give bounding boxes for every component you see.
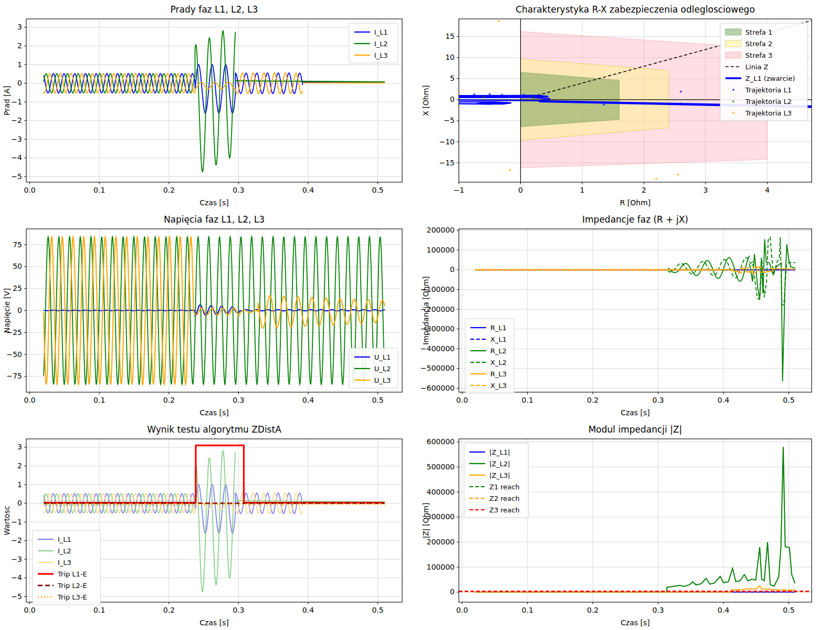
x-tick-label: 0.5 [783,396,794,404]
legend-label: |Z_L3| [489,471,510,479]
chart-title: Wynik testu algorytmu ZDistA [147,424,281,435]
legend-label: Z_L1 (zwarcie) [746,75,795,82]
x-tick-label: 4 [765,186,770,194]
x-tick-label: 0.3 [233,186,244,194]
y-axis-label: |Z| [Ohm] [422,503,430,539]
legend-label: Trajektoria L3 [745,109,792,117]
y-tick-label: 100000 [427,563,455,571]
legend: U_L1U_L2U_L3 [349,348,398,388]
tick-labels: 0.00.10.20.30.40.53210−1−2−3−4−5 [11,23,383,194]
x-axis-label: R [Ohm] [620,198,651,207]
x-tick-label: 0.0 [456,606,468,614]
chart-modul-cell: 0.00.10.20.30.40.50100000200000300000400… [420,420,840,630]
chart-rx: −101234−15−10−5051015Charakterystyka R-X… [420,0,840,210]
y-tick-label: 0 [450,265,455,274]
legend-label: Trip L2-E [57,582,87,590]
x-tick-label: 0 [518,186,523,194]
x-tick-label: 3 [703,186,708,194]
series [44,31,385,172]
y-axis-label: Impedancja [Ohm] [422,276,430,345]
x-tick-label: 0.2 [587,396,598,404]
y-tick-label: 0 [450,95,455,103]
y-tick-label: −2 [11,116,22,124]
x-tick-label: 0.0 [24,186,35,194]
legend-box [465,319,514,393]
legend-label: Strefa 3 [746,51,772,59]
legend-label: I_L2 [374,40,388,48]
series [44,237,385,384]
x-tick-label: 0.0 [24,606,35,614]
x-tick-label: 0.0 [456,396,468,404]
y-axis-label: X [Ohm] [422,85,430,116]
y-tick-label: −2 [11,536,22,544]
y-axis-label: Wartosc [3,506,11,535]
x-axis-label: Czas [s] [621,408,650,417]
chart-impedancje-cell: 0.00.10.20.30.40.52000001000000−100000−2… [420,210,840,420]
y-tick-label: 75 [13,240,22,249]
y-tick-label: 0 [17,499,22,507]
x-tick-label: 2 [642,186,646,194]
series-I_L1 [44,485,302,533]
y-tick-label: 0 [17,79,22,87]
chart-impedancje: 0.00.10.20.30.40.52000001000000−100000−2… [420,210,840,420]
chart-title: Impedancje faz (R + jX) [582,214,688,225]
legend-label: I_L1 [374,28,388,36]
chart-napiecia-cell: 0.00.10.20.30.40.57550250−25−50−75Napięc… [0,210,420,420]
legend-label: Trip L1-E [57,570,87,578]
x-tick-label: 0.1 [93,186,105,194]
legend-label: |Z_L1| [489,448,510,456]
chart-rx-cell: −101234−15−10−5051015Charakterystyka R-X… [420,0,840,210]
y-axis-label: Napięcie [V] [3,288,11,333]
x-tick-label: 0.4 [718,396,729,404]
legend-label: |Z_L2| [489,460,510,468]
x-tick-label: 0.3 [233,606,244,614]
series-I_L2_tail [235,501,385,502]
series-I_L1 [44,65,302,113]
x-tick-label: 0.5 [372,606,383,614]
y-tick-label: −3 [11,135,22,143]
chart-modul: 0.00.10.20.30.40.50100000200000300000400… [420,420,840,630]
x-axis-label: Czas [s] [200,198,229,207]
legend-label: I_L3 [58,559,71,566]
y-tick-label: 100000 [427,246,455,254]
legend-label: Z2 reach [489,495,520,502]
legend-label: Z1 reach [489,483,520,491]
y-tick-label: −5 [444,116,455,124]
y-tick-label: 3 [17,23,22,31]
y-tick-label: 0 [17,306,22,314]
y-tick-label: 500000 [427,463,455,471]
legend-label: I_L1 [58,536,71,543]
y-tick-label: −1 [11,518,22,526]
y-tick-label: −10 [439,138,455,146]
x-tick-label: 0.3 [233,396,244,404]
legend-label: I_L2 [58,547,71,555]
y-tick-label: −50 [6,350,22,359]
legend-label: U_L3 [374,376,391,384]
y-tick-label: −1 [11,98,22,106]
legend-label: Linia Z [746,63,769,71]
x-tick-label: 0.2 [163,396,175,404]
chart-title: Charakterystyka R-X zabezpieczenia odleg… [516,4,755,15]
x-tick-label: 0.4 [302,396,314,404]
y-tick-label: 25 [13,284,22,292]
y-tick-label: 50 [13,262,22,270]
legend-label: I_L3 [374,51,388,59]
chart-title: Prady faz L1, L2, L3 [171,4,258,15]
chart-prady: 0.00.10.20.30.40.53210−1−2−3−4−5Prady fa… [0,0,420,210]
chart-zdista: 0.00.10.20.30.40.53210−1−2−3−4−5Wynik te… [0,420,420,630]
legend: Strefa 1Strefa 2Strefa 3Linia ZZ_L1 (zwa… [720,23,807,121]
chart-title: Modul impedancji |Z| [589,424,682,435]
chart-zdista-cell: 0.00.10.20.30.40.53210−1−2−3−4−5Wynik te… [0,420,420,630]
y-tick-label: −5 [11,172,22,181]
y-tick-label: 400000 [427,488,455,496]
series-R_L2 [668,256,750,281]
x-tick-label: 0.2 [163,186,175,194]
y-tick-label: 1 [17,480,22,489]
x-axis-label: Czas [s] [621,618,650,627]
legend-box [720,23,807,121]
y-tick-label: −400000 [421,344,455,353]
x-tick-label: 0.5 [372,186,383,194]
legend-label: Strefa 2 [746,40,772,48]
y-tick-label: 200000 [427,538,455,546]
x-tick-label: 0.5 [372,396,383,404]
